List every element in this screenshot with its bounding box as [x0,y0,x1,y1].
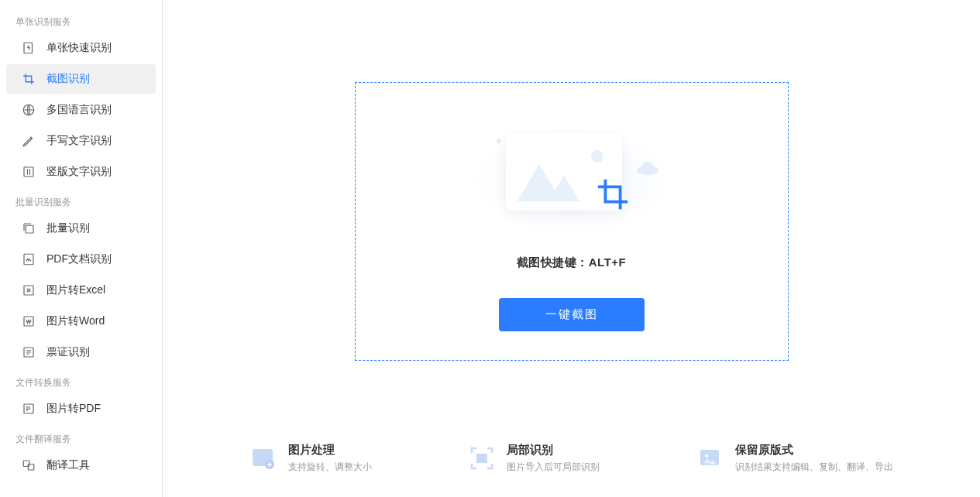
main-content: ✦ · 截图快捷键：ALT+F 一键截图 图片处理 支持旋转、调整大小 [163,0,980,497]
svg-rect-13 [476,454,487,463]
globe-icon [22,103,36,117]
svg-rect-3 [26,225,33,233]
pdf-convert-icon [22,402,36,416]
bolt-doc-icon [22,41,36,55]
canvas-area: ✦ · 截图快捷键：ALT+F 一键截图 [163,0,980,435]
sidebar-item-label: PDF文档识别 [46,252,112,266]
sidebar-item-img-to-word[interactable]: 图片转Word [6,307,156,336]
feature-desc: 图片导入后可局部识别 [507,461,600,474]
svg-point-15 [705,454,708,458]
sidebar-item-label: 翻译工具 [46,458,90,472]
svg-rect-8 [24,404,33,413]
keep-layout-icon [696,444,724,472]
word-icon [22,314,36,328]
section-header-translate: 文件翻译服务 [0,425,162,451]
sidebar-item-img-to-pdf[interactable]: 图片转PDF [6,394,156,423]
sidebar-item-translate-tool[interactable]: 翻译工具 [6,451,156,480]
sidebar-item-handwriting[interactable]: 手写文字识别 [6,126,156,156]
sidebar-item-quick-recognize[interactable]: 单张快速识别 [6,33,156,63]
feature-partial-recognize: 局部识别 图片导入后可局部识别 [468,443,600,474]
sidebar-item-label: 单张快速识别 [46,41,112,55]
drop-zone[interactable]: ✦ · 截图快捷键：ALT+F 一键截图 [355,82,789,361]
partial-recognize-icon [468,444,496,472]
image-process-icon [249,444,277,472]
capture-button[interactable]: 一键截图 [499,298,645,331]
crop-overlay-icon [595,177,631,212]
translate-icon [22,458,36,472]
section-header-single: 单张识别服务 [0,8,162,33]
sidebar-item-label: 批量识别 [46,221,90,235]
svg-rect-4 [24,254,33,265]
excel-icon [22,283,36,297]
sidebar-item-label: 截图识别 [46,72,90,86]
sidebar-item-multilang[interactable]: 多国语言识别 [6,95,156,125]
sidebar-item-label: 图片转Word [46,314,105,328]
sidebar-item-pdf-recognize[interactable]: PDF文档识别 [6,245,156,274]
feature-row: 图片处理 支持旋转、调整大小 局部识别 图片导入后可局部识别 保留原版式 识别结… [163,435,980,497]
crop-icon [22,72,36,86]
sidebar-item-batch-recognize[interactable]: 批量识别 [6,214,156,243]
shortcut-label: 截图快捷键：ALT+F [517,255,626,270]
receipt-icon [22,345,36,359]
stack-icon [22,221,36,235]
sidebar-item-vertical-text[interactable]: 竖版文字识别 [6,157,156,187]
sidebar-item-label: 多国语言识别 [46,103,112,117]
feature-title: 局部识别 [507,443,600,458]
feature-desc: 支持旋转、调整大小 [288,461,372,474]
vertical-text-icon [22,165,36,179]
sidebar-item-receipt-recognize[interactable]: 票证识别 [6,338,156,367]
ufo-icon [637,166,658,175]
section-header-batch: 批量识别服务 [0,188,162,214]
sidebar-item-screenshot-recognize[interactable]: 截图识别 [6,64,156,94]
section-header-convert: 文件转换服务 [0,368,162,394]
feature-title: 保留原版式 [735,443,893,458]
placeholder-illustration: ✦ · [471,119,672,235]
sidebar-item-label: 图片转Excel [46,283,105,297]
sidebar-item-label: 图片转PDF [46,402,101,416]
svg-rect-2 [24,167,33,177]
sidebar-item-label: 手写文字识别 [46,134,112,148]
sidebar: 单张识别服务 单张快速识别 截图识别 多国语言识别 手写文字识别 竖版文字识别 … [0,0,163,497]
feature-title: 图片处理 [288,443,372,458]
feature-keep-layout: 保留原版式 识别结果支持编辑、复制、翻译、导出 [696,443,893,474]
sidebar-item-label: 票证识别 [46,345,90,359]
pen-icon [22,134,36,148]
sidebar-item-label: 竖版文字识别 [46,165,112,179]
feature-image-process: 图片处理 支持旋转、调整大小 [249,443,372,474]
pdf-icon [22,252,36,266]
sidebar-item-img-to-excel[interactable]: 图片转Excel [6,276,156,305]
feature-desc: 识别结果支持编辑、复制、翻译、导出 [735,461,893,474]
